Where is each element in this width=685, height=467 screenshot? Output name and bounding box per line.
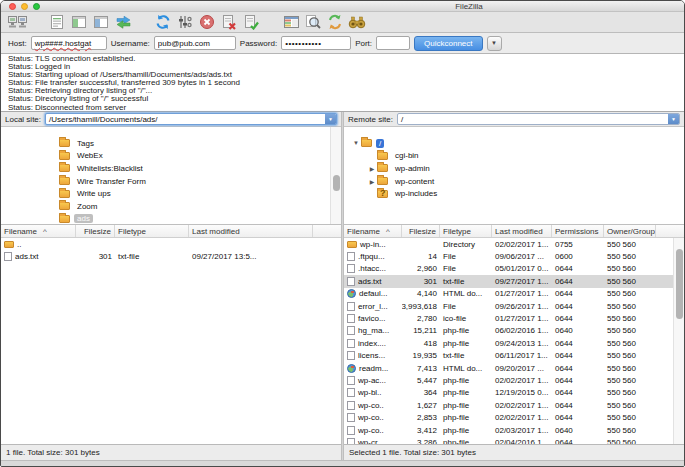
perms-cell: 0600 [552,252,604,261]
zoom-window-button[interactable] [33,3,40,10]
file-row[interactable]: defaul...4,140HTML do...01/27/2017 1...0… [344,288,684,300]
process-queue-button[interactable] [174,13,196,32]
tree-item[interactable]: ▼/ [344,137,684,150]
modified-cell: 09/20/2017 ... [492,364,552,373]
column-header-filetype[interactable]: Filetype [440,225,492,237]
logview-button[interactable] [46,13,68,32]
port-input[interactable] [376,36,410,50]
column-header-filename[interactable]: Filename^ [344,225,402,237]
disclosure-right-icon[interactable]: ▶ [367,178,377,185]
folder-icon [377,177,388,185]
type-cell: php-file [440,376,492,385]
modified-cell: 01/27/2017 1... [492,289,552,298]
tree-item[interactable]: cgi-bin [344,150,684,163]
column-header-filename[interactable]: Filename^ [1,225,76,237]
file-icon [347,302,355,311]
chevron-down-icon[interactable]: ▼ [325,114,336,124]
password-input[interactable] [281,36,351,50]
synchronized-browsing-button[interactable] [324,13,346,32]
comparison-button[interactable] [302,13,324,32]
quickconnect-button[interactable]: Quickconnect [414,36,482,51]
tree-item[interactable]: ▶wp-content [344,175,684,188]
find-files-icon [348,14,366,30]
logview-icon [49,14,65,30]
tree-item[interactable]: Tags [1,137,341,150]
directory-filter-button[interactable] [280,13,302,32]
size-cell: 301 [402,277,440,286]
file-row[interactable]: ads.txt301txt-file09/27/2017 1...0644550… [344,275,684,287]
chevron-down-icon[interactable]: ▼ [668,114,679,124]
column-header-last-modified[interactable]: Last modified [189,225,313,237]
file-icon [347,351,355,360]
column-header-last-modified[interactable]: Last modified [492,225,552,237]
size-cell: 301 [76,252,115,261]
refresh-button[interactable] [152,13,174,32]
username-input[interactable] [154,36,236,50]
tree-item-label: Wire Transfer Form [74,177,149,186]
file-row[interactable]: index....418php-file09/24/2013 1...06445… [344,337,684,349]
tree-item[interactable]: ads [1,213,341,225]
local-path-combobox[interactable]: /Users/thamill/Documents/ads/ ▼ [45,113,337,125]
column-header-filesize[interactable]: Filesize [76,225,115,237]
filename-cell: index.... [344,339,402,348]
window-title: FileZilla [421,2,517,11]
reconnect-button[interactable] [240,13,262,32]
file-row[interactable]: wp-co..1,627php-file02/02/2017 1...06445… [344,399,684,411]
close-window-button[interactable] [9,3,16,10]
remote-treeview-button[interactable] [90,13,112,32]
column-header-filetype[interactable]: Filetype [115,225,189,237]
local-file-list: Filename^FilesizeFiletypeLast modified .… [1,225,341,444]
file-row[interactable]: .. [1,238,341,250]
tree-item[interactable]: wp-includes [344,187,684,200]
file-row[interactable]: hg_ma...15,211php-file06/02/2016 1...064… [344,325,684,337]
find-files-button[interactable] [346,13,368,32]
filename-cell: wp-cr.. [344,438,402,444]
quickconnect-bar: Host: wp####.hostgat Username: Password:… [1,33,684,54]
remote-list-scrollbar-thumb[interactable] [676,249,683,319]
tree-item[interactable]: Write ups [1,187,341,200]
file-row[interactable]: favico...2,780ico-file01/27/2017 1...064… [344,312,684,324]
perms-cell: 0644 [552,314,604,323]
remote-path-combobox[interactable]: / ▼ [397,113,680,125]
disclosure-down-icon[interactable]: ▼ [351,140,361,146]
local-tree-scrollbar-thumb[interactable] [333,175,340,191]
file-row[interactable]: .htacc...2,960File05/01/2017 0...0644550… [344,263,684,275]
local-treeview-button[interactable] [68,13,90,32]
file-row[interactable]: licens...19,935txt-file06/11/2017 1...06… [344,350,684,362]
file-row[interactable]: wp-in...Directory02/02/2017 1...0755550 … [344,238,684,250]
filename-text: .. [17,240,21,249]
file-row[interactable]: wp-co..3,412php-file02/03/2017 1...06405… [344,424,684,436]
file-row[interactable]: wp-co..2,853php-file02/02/2017 1...06445… [344,411,684,423]
file-row[interactable]: ads.txt301txt-file09/27/2017 13:5... [1,250,341,262]
site-manager-button[interactable] [6,13,28,32]
tree-item[interactable]: Wire Transfer Form [1,175,341,188]
minimize-window-button[interactable] [21,3,28,10]
file-row[interactable]: readm...7,413HTML do...09/20/2017 ...064… [344,362,684,374]
perms-cell: 0644 [552,264,604,273]
perms-cell: 0644 [552,438,604,444]
column-header-owner-group[interactable]: Owner/Group [604,225,656,237]
transfer-queue-button[interactable] [112,13,134,32]
disclosure-right-icon[interactable]: ▶ [367,165,377,172]
host-input[interactable]: wp####.hostgat [31,36,107,50]
modified-cell: 02/02/2017 1... [492,401,552,410]
file-row[interactable]: wp-bl..364php-file12/19/2015 0...0644550… [344,387,684,399]
file-row[interactable]: wp-ac...5,447php-file02/02/2017 1...0644… [344,374,684,386]
filename-text: wp-in... [360,240,386,249]
type-cell: txt-file [440,277,492,286]
quickconnect-dropdown-button[interactable]: ▼ [487,36,502,51]
column-header-permissions[interactable]: Permissions [552,225,604,237]
tree-item[interactable]: Zoom [1,200,341,213]
type-cell: File [440,252,492,261]
tree-item[interactable]: Whitelists:Blacklist [1,162,341,175]
tree-item[interactable]: WebEx [1,150,341,163]
filename-text: licens... [358,351,385,360]
filename-cell: readm... [344,364,402,373]
disconnect-button[interactable] [218,13,240,32]
cancel-button[interactable] [196,13,218,32]
column-header-filesize[interactable]: Filesize [402,225,440,237]
tree-item[interactable]: ▶wp-admin [344,162,684,175]
file-row[interactable]: error_l...13,993,618File09/26/2017 1...0… [344,300,684,312]
file-row[interactable]: wp-cr..3,286php-file02/04/2016 1...06445… [344,436,684,444]
file-row[interactable]: .ftpqu...14File09/06/2017 ...0600550 560 [344,250,684,262]
